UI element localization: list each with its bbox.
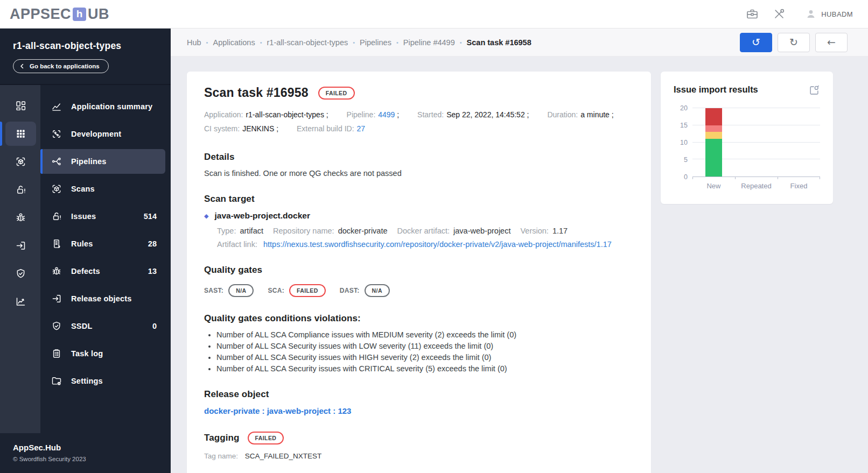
rail-item-dashboard[interactable] bbox=[0, 92, 40, 119]
rules-icon bbox=[51, 238, 62, 249]
chart-y-tick-label: 20 bbox=[680, 104, 688, 112]
sidebar-item-issues[interactable]: Issues514 bbox=[40, 204, 165, 229]
menu-label: SSDL bbox=[71, 322, 92, 330]
tools-icon[interactable] bbox=[773, 8, 786, 20]
rail-item-scans[interactable] bbox=[0, 148, 40, 175]
breadcrumb: Hub • Applications • r1-all-scan-object-… bbox=[187, 38, 531, 47]
pipeline-link[interactable]: 4499 bbox=[378, 110, 395, 119]
details-heading: Details bbox=[204, 152, 634, 163]
scan-target-meta: Type:artifact Repository name:docker-pri… bbox=[204, 227, 634, 235]
breadcrumb-item-pipelines[interactable]: Pipelines bbox=[360, 38, 391, 47]
go-back-to-applications-button[interactable]: Go back to applications bbox=[13, 59, 109, 73]
briefcase-icon[interactable] bbox=[746, 8, 759, 20]
release-objects-icon bbox=[15, 240, 26, 251]
breadcrumb-item-applications[interactable]: Applications bbox=[213, 38, 255, 47]
chart-segment-medium[interactable] bbox=[705, 132, 722, 139]
scan-target-name: java-web-project.docker bbox=[214, 211, 310, 221]
gate-label: SCA: bbox=[268, 287, 284, 294]
chart-segment-high[interactable] bbox=[705, 125, 722, 132]
sidebar-item-settings[interactable]: Settings bbox=[40, 369, 165, 393]
gate-label: DAST: bbox=[340, 287, 360, 294]
bug-icon bbox=[15, 212, 26, 223]
rail-item-defects[interactable] bbox=[0, 204, 40, 231]
meta-label: Repository name: bbox=[273, 227, 334, 235]
scan-task-card: Scan task #16958 FAILED Application:r1-a… bbox=[187, 72, 651, 473]
breadcrumb-separator: • bbox=[353, 39, 355, 46]
details-text: Scan is finished. One or more QG checks … bbox=[204, 169, 634, 178]
rail-item-analytics[interactable] bbox=[0, 288, 40, 315]
chart-segment-low[interactable] bbox=[705, 139, 722, 177]
meta-label: Started: bbox=[417, 110, 444, 119]
sidebar-item-development[interactable]: Development bbox=[40, 122, 165, 146]
chart-x-tick-label: Repeated bbox=[735, 182, 778, 190]
chart-y-tick-label: 10 bbox=[680, 139, 688, 146]
pipelines-icon bbox=[51, 156, 62, 167]
menu-label: Settings bbox=[71, 377, 103, 385]
sidebar-item-scans[interactable]: Scans bbox=[40, 177, 165, 201]
meta-label: Pipeline: bbox=[347, 110, 376, 119]
meta-value: 1.17 bbox=[552, 227, 568, 235]
development-icon bbox=[51, 129, 62, 139]
rail-item-issues[interactable] bbox=[0, 176, 40, 203]
preview-report-icon[interactable] bbox=[808, 84, 820, 96]
quality-gates-heading: Quality gates bbox=[204, 265, 634, 276]
rail-item-applications[interactable] bbox=[0, 120, 40, 147]
meta-label: Docker artifact: bbox=[397, 227, 450, 235]
menu-label: Defects bbox=[71, 267, 100, 276]
breadcrumb-separator: • bbox=[460, 39, 462, 46]
line-chart-icon bbox=[51, 101, 62, 112]
meta-value: r1-all-scan-object-types ; bbox=[246, 110, 328, 119]
sidebar-item-pipelines[interactable]: Pipelines bbox=[40, 149, 165, 174]
artifact-link[interactable]: https://nexus.test.swordfishsecurity.com… bbox=[263, 240, 612, 249]
chart-title: Issue import results bbox=[674, 84, 758, 95]
refresh-button[interactable]: ↻ bbox=[778, 33, 810, 52]
shield-check-icon bbox=[15, 268, 26, 279]
breadcrumb-item-pipeline[interactable]: Pipeline #4499 bbox=[403, 38, 455, 47]
product-name: AppSec.Hub bbox=[13, 443, 158, 452]
user-avatar-icon bbox=[805, 8, 817, 20]
sca-status-badge: FAILED bbox=[289, 284, 326, 297]
icon-rail bbox=[0, 85, 40, 433]
menu-count: 13 bbox=[148, 267, 165, 276]
release-objects-icon bbox=[51, 293, 62, 304]
sidebar-item-release-objects[interactable]: Release objects bbox=[40, 286, 165, 311]
sidebar-item-application-summary[interactable]: Application summary bbox=[40, 94, 165, 119]
sidebar-item-ssdl[interactable]: SSDL0 bbox=[40, 314, 165, 338]
chart-bar-repeated bbox=[748, 108, 765, 177]
breadcrumb-item-application[interactable]: r1-all-scan-object-types bbox=[267, 38, 348, 47]
release-object-link[interactable]: docker-private : java-web-project : 123 bbox=[204, 406, 634, 415]
violations-list: Number of ALL SCA Compliance issues with… bbox=[204, 330, 634, 373]
chart-segment-critical[interactable] bbox=[705, 108, 722, 125]
bug-icon bbox=[51, 266, 62, 277]
chart-x-tick-mark bbox=[820, 177, 820, 179]
sidebar-footer: AppSec.Hub © Swordfish Security 2023 bbox=[0, 433, 171, 473]
dast-status-badge: N/A bbox=[365, 284, 390, 297]
violation-item: Number of ALL SCA Security issues with H… bbox=[216, 353, 634, 362]
user-menu[interactable]: HUBADM bbox=[805, 8, 853, 20]
breadcrumb-bar: Hub • Applications • r1-all-scan-object-… bbox=[171, 29, 868, 57]
sast-status-badge: N/A bbox=[228, 284, 254, 297]
rail-item-release-objects[interactable] bbox=[0, 232, 40, 259]
chart-bar-slot bbox=[735, 108, 778, 177]
menu-label: Scans bbox=[71, 185, 95, 193]
violation-item: Number of ALL SCA Security issues with L… bbox=[216, 342, 634, 350]
chart-x-tick-mark bbox=[778, 177, 778, 179]
application-title: r1-all-scan-object-types bbox=[13, 40, 158, 52]
external-build-link[interactable]: 27 bbox=[357, 124, 366, 133]
sidebar-item-defects[interactable]: Defects13 bbox=[40, 259, 165, 284]
back-arrow-icon: ← bbox=[827, 37, 836, 47]
rail-item-ssdl[interactable] bbox=[0, 260, 40, 287]
analytics-icon bbox=[15, 296, 26, 307]
chart-x-tick-mark bbox=[735, 177, 736, 179]
page-title: Scan task #16958 bbox=[204, 86, 309, 100]
breadcrumb-item-hub[interactable]: Hub bbox=[187, 38, 201, 47]
back-button[interactable]: ← bbox=[815, 33, 848, 52]
restart-scan-button[interactable]: ↺ bbox=[740, 33, 772, 52]
meta-label: Tag name: bbox=[204, 452, 238, 460]
app-logo: APPSEC h UB bbox=[10, 6, 109, 23]
sidebar-item-rules[interactable]: Rules28 bbox=[40, 231, 165, 256]
chart-bar-new bbox=[705, 108, 722, 177]
violation-item: Number of ALL SCA Compliance issues with… bbox=[216, 330, 634, 339]
sidebar-item-task-log[interactable]: Task log bbox=[40, 341, 165, 366]
chart-x-tick-mark bbox=[692, 177, 693, 179]
